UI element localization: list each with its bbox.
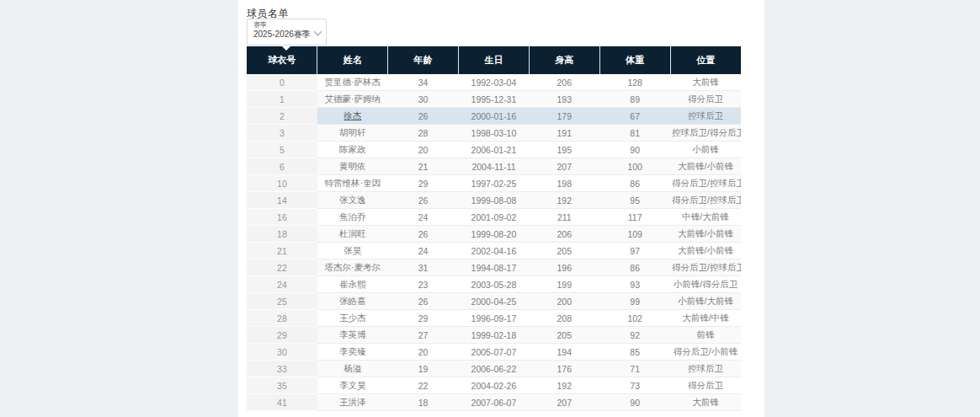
- cell-age: 27: [388, 327, 459, 344]
- cell-name: 特雷维林·奎因: [317, 175, 388, 192]
- cell-weight: 109: [599, 226, 670, 243]
- player-row[interactable]: 1艾德蒙·萨姆纳301995-12-3119389得分后卫: [247, 91, 741, 108]
- cell-birthday: 2002-04-16: [459, 243, 530, 259]
- cell-name: 张皓嘉: [317, 293, 388, 310]
- player-row[interactable]: 16焦泊乔242001-09-02211117中锋/大前锋: [247, 209, 741, 226]
- cell-birthday: 2003-05-28: [459, 276, 530, 293]
- cell-number: 21: [247, 243, 317, 259]
- select-pointer-notch: [282, 46, 290, 51]
- cell-position: 前锋: [670, 327, 741, 344]
- cell-position: 大前锋: [670, 74, 741, 91]
- cell-height: 206: [529, 226, 599, 243]
- cell-weight: 86: [599, 259, 670, 276]
- cell-number: 28: [247, 310, 317, 327]
- player-name-link[interactable]: 徐杰: [344, 110, 361, 120]
- cell-age: 30: [388, 91, 459, 108]
- player-row[interactable]: 35李文昊222004-02-2619273得分后卫: [247, 377, 741, 394]
- player-row[interactable]: 29李英博271999-02-1820592前锋: [247, 327, 741, 344]
- cell-number: 6: [247, 158, 317, 175]
- player-row[interactable]: 28王少杰291996-09-17208102大前锋/中锋: [247, 310, 741, 327]
- cell-weight: 71: [599, 361, 670, 377]
- player-row[interactable]: 3胡明轩281998-03-1019181控球后卫/得分后卫: [247, 125, 741, 142]
- cell-number: 35: [247, 377, 317, 394]
- player-row[interactable]: 41王洪泽182007-06-0720790大前锋: [247, 394, 741, 411]
- cell-number: 33: [247, 361, 317, 377]
- column-header-2: 年龄: [388, 46, 459, 74]
- player-row[interactable]: 6黄明依212004-11-11207100大前锋/小前锋: [247, 158, 741, 175]
- cell-age: 26: [388, 226, 459, 243]
- cell-position: 得分后卫/控球后卫: [670, 175, 741, 192]
- cell-number: 41: [247, 394, 317, 411]
- player-row[interactable]: 24崔永熙232003-05-2819993小前锋/得分后卫: [247, 276, 741, 293]
- roster-table-header: 球衣号姓名年龄生日身高体重位置: [247, 46, 741, 74]
- cell-birthday: 2004-11-11: [459, 158, 530, 175]
- cell-height: 191: [529, 125, 599, 142]
- cell-birthday: 1999-08-08: [459, 192, 530, 209]
- cell-name: 崔永熙: [317, 276, 388, 293]
- cell-number: 22: [247, 259, 317, 276]
- cell-weight: 90: [599, 394, 670, 411]
- roster-table: 球衣号姓名年龄生日身高体重位置 0贾里德·萨林杰341992-03-042061…: [247, 46, 741, 411]
- cell-birthday: 1999-02-18: [459, 327, 530, 344]
- player-row[interactable]: 2徐杰262000-01-1617967控球后卫: [247, 108, 741, 125]
- player-row[interactable]: 22塔杰尔·麦考尔311994-08-1719686得分后卫/控球后卫: [247, 259, 741, 276]
- player-row[interactable]: 5陈家政202006-01-2119590小前锋: [247, 142, 741, 158]
- player-row[interactable]: 33杨溢192006-06-2217671控球后卫: [247, 361, 741, 377]
- cell-position: 大前锋/中锋: [670, 310, 741, 327]
- cell-name: 徐杰: [317, 108, 388, 125]
- cell-age: 19: [388, 361, 459, 377]
- cell-age: 34: [388, 74, 459, 91]
- cell-age: 24: [388, 209, 459, 226]
- cell-position: 控球后卫: [670, 361, 741, 377]
- cell-age: 26: [388, 293, 459, 310]
- cell-birthday: 1999-08-20: [459, 226, 530, 243]
- season-select-value: 2025-2026赛季: [253, 29, 312, 40]
- cell-height: 211: [529, 209, 599, 226]
- cell-name: 塔杰尔·麦考尔: [317, 259, 388, 276]
- cell-number: 30: [247, 344, 317, 361]
- cell-height: 196: [529, 259, 599, 276]
- cell-weight: 92: [599, 327, 670, 344]
- cell-age: 29: [388, 310, 459, 327]
- cell-name: 黄明依: [317, 158, 388, 175]
- season-select[interactable]: 赛季 2025-2026赛季: [247, 19, 327, 45]
- cell-name: 李文昊: [317, 377, 388, 394]
- cell-position: 控球后卫/得分后卫: [670, 125, 741, 142]
- cell-number: 1: [247, 91, 317, 108]
- column-header-5: 体重: [599, 46, 670, 74]
- cell-birthday: 1992-03-04: [459, 74, 530, 91]
- player-row[interactable]: 14张文逸261999-08-0819295得分后卫/控球后卫: [247, 192, 741, 209]
- cell-birthday: 2005-07-07: [459, 344, 530, 361]
- player-row[interactable]: 18杜润旺261999-08-20206109大前锋/小前锋: [247, 226, 741, 243]
- cell-position: 大前锋: [670, 394, 741, 411]
- cell-position: 得分后卫/小前锋: [670, 344, 741, 361]
- player-row[interactable]: 30李奕臻202005-07-0719485得分后卫/小前锋: [247, 344, 741, 361]
- cell-name: 陈家政: [317, 142, 388, 158]
- content-panel: 球员名单 赛季 2025-2026赛季 球衣号姓名年龄生日身高体重位置 0贾里德…: [238, 0, 764, 417]
- player-row[interactable]: 10特雷维林·奎因291997-02-2519886得分后卫/控球后卫: [247, 175, 741, 192]
- cell-position: 小前锋: [670, 142, 741, 158]
- player-row[interactable]: 25张皓嘉262000-04-2520099小前锋/大前锋: [247, 293, 741, 310]
- cell-age: 22: [388, 377, 459, 394]
- season-select-label: 赛季: [253, 21, 312, 29]
- cell-position: 小前锋/大前锋: [670, 293, 741, 310]
- player-row[interactable]: 0贾里德·萨林杰341992-03-04206128大前锋: [247, 74, 741, 91]
- cell-birthday: 1994-08-17: [459, 259, 530, 276]
- cell-position: 中锋/大前锋: [670, 209, 741, 226]
- cell-height: 205: [529, 243, 599, 259]
- cell-position: 控球后卫: [670, 108, 741, 125]
- cell-weight: 86: [599, 175, 670, 192]
- cell-age: 23: [388, 276, 459, 293]
- cell-weight: 100: [599, 158, 670, 175]
- player-row[interactable]: 21张昊242002-04-1620597大前锋/小前锋: [247, 243, 741, 259]
- cell-number: 3: [247, 125, 317, 142]
- cell-number: 25: [247, 293, 317, 310]
- cell-name: 艾德蒙·萨姆纳: [317, 91, 388, 108]
- column-header-1: 姓名: [317, 46, 388, 74]
- cell-height: 207: [529, 394, 599, 411]
- cell-weight: 117: [599, 209, 670, 226]
- cell-name: 张文逸: [317, 192, 388, 209]
- cell-height: 179: [529, 108, 599, 125]
- cell-number: 5: [247, 142, 317, 158]
- cell-birthday: 1996-09-17: [459, 310, 530, 327]
